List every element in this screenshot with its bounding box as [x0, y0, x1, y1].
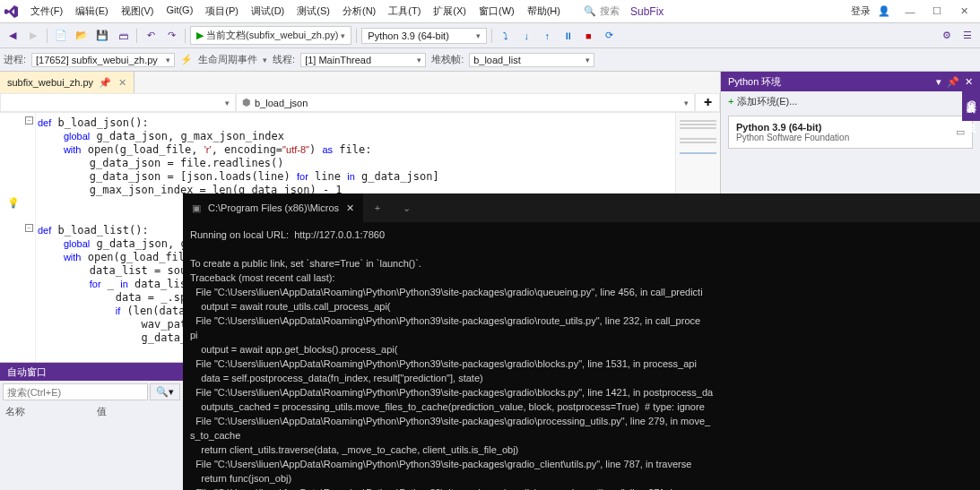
add-env-link[interactable]: + 添加环境(E)... — [721, 91, 980, 112]
restart-icon[interactable]: ⟳ — [600, 27, 618, 45]
menu-debug[interactable]: 调试(D) — [246, 2, 290, 21]
chevron-down-icon: ▾ — [341, 31, 345, 40]
chevron-down-icon: ▾ — [225, 99, 230, 107]
col-name: 名称 — [5, 405, 25, 418]
debug-target-dropdown[interactable]: ▶ 当前文档(subfix_webui_zh.py) ▾ — [190, 26, 351, 45]
auto-window: 自动窗口 🔍▾ 名称 值 — [0, 362, 183, 490]
dropdown-icon[interactable]: ▾ — [936, 76, 941, 88]
undo-icon[interactable]: ↶ — [142, 27, 160, 45]
env-item[interactable]: Python 3.9 (64-bit) Python Software Foun… — [728, 116, 973, 149]
menu-tools[interactable]: 工具(T) — [383, 2, 426, 21]
env-provider: Python Software Foundation — [736, 133, 849, 142]
thread-dropdown[interactable]: [1] MainThread ▾ — [300, 53, 426, 67]
menu-test[interactable]: 测试(S) — [291, 2, 335, 21]
nav-member-dropdown[interactable]: ⬢ b_load_json ▾ — [236, 93, 695, 112]
new-terminal-tab[interactable]: + — [363, 193, 392, 222]
python-env-label: Python 3.9 (64-bit) — [368, 30, 449, 41]
plus-icon: + — [728, 96, 733, 107]
minimize-button[interactable]: — — [898, 3, 923, 21]
menu-git[interactable]: Git(G) — [160, 2, 198, 21]
menu-help[interactable]: 帮助(H) — [522, 2, 566, 21]
panel-title: Python 环境 — [728, 75, 781, 89]
python-env-dropdown[interactable]: Python 3.9 (64-bit) ▾ — [361, 28, 487, 44]
open-icon[interactable]: 📂 — [73, 27, 91, 45]
terminal-tab[interactable]: ▣ C:\Program Files (x86)\Micros ✕ — [183, 193, 363, 222]
step-into-icon[interactable]: ↓ — [517, 27, 535, 45]
menu-items: 文件(F) 编辑(E) 视图(V) Git(G) 项目(P) 调试(D) 测试(… — [25, 2, 566, 21]
nav-forward-icon[interactable]: ▶ — [24, 27, 42, 45]
nav-back-icon[interactable]: ◀ — [4, 27, 22, 45]
menu-window[interactable]: 窗口(W) — [473, 2, 520, 21]
solution-name: SubFix — [630, 5, 663, 18]
stop-icon[interactable]: ■ — [579, 27, 597, 45]
stack-dropdown[interactable]: b_load_list ▾ — [469, 53, 594, 67]
menu-analyze[interactable]: 分析(N) — [337, 2, 381, 21]
search-area[interactable]: 🔍 搜索 — [584, 4, 620, 18]
debug-target-label: 当前文档(subfix_webui_zh.py) — [206, 29, 338, 42]
main-toolbar: ◀ ▶ 📄 📂 💾 🗃 ↶ ↷ ▶ 当前文档(subfix_webui_zh.p… — [0, 23, 980, 48]
terminal-icon: ▣ — [192, 202, 201, 214]
chevron-down-icon: ▾ — [684, 99, 689, 107]
save-all-icon[interactable]: 🗃 — [114, 27, 132, 45]
lifecycle-label: 生命周期事件 — [198, 53, 257, 66]
thread-value: [1] MainThread — [305, 55, 371, 65]
process-dropdown[interactable]: [17652] subfix_webui_zh.py ▾ — [31, 53, 175, 67]
menubar: 文件(F) 编辑(E) 视图(V) Git(G) 项目(P) 调试(D) 测试(… — [0, 0, 980, 23]
panel-header: Python 环境 ▾ 📌 ✕ — [721, 72, 980, 91]
nav-member-value: b_load_json — [255, 98, 684, 108]
terminal-window: ▣ C:\Program Files (x86)\Micros ✕ + ⌄ Ru… — [183, 193, 980, 490]
chevron-down-icon: ▾ — [476, 31, 481, 40]
maximize-button[interactable]: ☐ — [924, 3, 950, 21]
thread-label: 线程: — [273, 53, 295, 66]
redo-icon[interactable]: ↷ — [162, 27, 180, 45]
lightbulb-icon[interactable]: 💡 — [7, 197, 20, 209]
stack-value: b_load_list — [473, 55, 521, 65]
file-tab-label: subfix_webui_zh.py — [7, 77, 93, 88]
vs-logo-icon — [4, 4, 20, 20]
pin-icon[interactable]: 📌 — [947, 76, 959, 88]
menu-project[interactable]: 项目(P) — [200, 2, 244, 21]
chevron-down-icon: ▾ — [417, 56, 421, 64]
auto-search-input[interactable] — [3, 383, 148, 400]
menu-edit[interactable]: 编辑(E) — [70, 2, 114, 21]
login-avatar-icon[interactable]: 👤 — [878, 5, 890, 17]
terminal-tab-dropdown[interactable]: ⌄ — [392, 193, 421, 222]
close-tab-icon[interactable]: ✕ — [346, 202, 354, 214]
search-options-icon[interactable]: 🔍▾ — [150, 383, 180, 400]
auto-columns: 名称 值 — [0, 403, 183, 420]
side-tab-git[interactable]: Git 更改 — [964, 100, 978, 116]
nav-scope-dropdown[interactable]: ▾ — [0, 93, 236, 112]
terminal-output[interactable]: Running on local URL: http://127.0.0.1:7… — [183, 222, 980, 490]
step-over-icon[interactable]: ⤵ — [497, 27, 515, 45]
nav-row: ▾ ⬢ b_load_json ▾ ✚ — [0, 93, 720, 113]
debug-bar: 进程: [17652] subfix_webui_zh.py ▾ ⚡ 生命周期事… — [0, 48, 980, 72]
menu-view[interactable]: 视图(V) — [116, 2, 160, 21]
auto-window-search: 🔍▾ — [0, 381, 183, 403]
terminal-tab-title: C:\Program Files (x86)\Micros — [208, 202, 339, 213]
col-value: 值 — [97, 405, 107, 418]
split-editor-button[interactable]: ✚ — [695, 93, 720, 112]
process-label: 进程: — [4, 53, 26, 66]
login-link[interactable]: 登录 — [851, 4, 871, 18]
fold-icon[interactable]: − — [25, 224, 33, 232]
menu-extensions[interactable]: 扩展(X) — [428, 2, 472, 21]
env-action-icon[interactable]: ▭ — [956, 126, 965, 138]
new-file-icon[interactable]: 📄 — [52, 27, 70, 45]
save-icon[interactable]: 💾 — [93, 27, 111, 45]
function-icon: ⬢ — [242, 97, 251, 108]
search-placeholder: 搜索 — [600, 4, 620, 18]
file-tab[interactable]: subfix_webui_zh.py 📌 ✕ — [0, 72, 134, 93]
fold-icon[interactable]: − — [25, 116, 33, 125]
close-tab-icon[interactable]: ✕ — [118, 77, 126, 89]
chevron-down-icon[interactable]: ▾ — [263, 56, 267, 64]
pin-icon[interactable]: 📌 — [99, 77, 111, 89]
close-button[interactable]: ✕ — [951, 3, 976, 21]
menu-file[interactable]: 文件(F) — [25, 2, 68, 21]
tool-a-icon[interactable]: ⚙ — [938, 27, 956, 45]
close-panel-icon[interactable]: ✕ — [965, 76, 973, 88]
step-out-icon[interactable]: ↑ — [538, 27, 556, 45]
lifecycle-icon[interactable]: ⚡ — [180, 54, 193, 65]
pause-icon[interactable]: ⏸ — [559, 27, 577, 45]
tool-b-icon[interactable]: ☰ — [958, 27, 976, 45]
stack-label: 堆栈帧: — [431, 53, 464, 66]
